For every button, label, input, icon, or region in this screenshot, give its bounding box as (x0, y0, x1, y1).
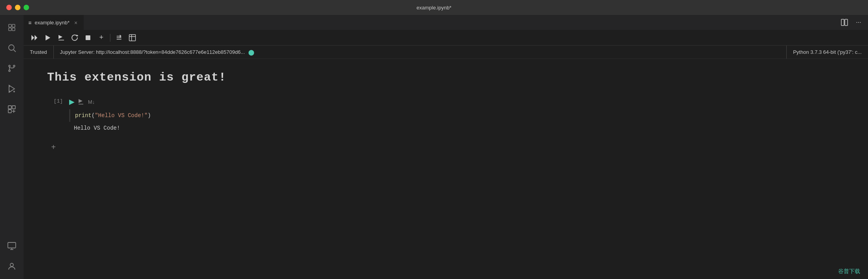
tab-bar: ≡ example.ipynb* × ··· (24, 15, 868, 30)
svg-point-4 (9, 45, 14, 50)
run-below-button[interactable] (55, 32, 68, 43)
svg-point-7 (9, 70, 10, 72)
svg-rect-1 (12, 24, 15, 27)
window-title: example.ipynb* (417, 5, 452, 11)
split-editor-button[interactable] (838, 17, 851, 28)
server-label: Jupyter Server: http://localhost:8888/?t… (60, 49, 245, 55)
trusted-label: Trusted (30, 49, 47, 55)
svg-rect-15 (8, 110, 11, 113)
source-control-icon[interactable] (2, 59, 21, 78)
search-icon[interactable] (2, 39, 21, 57)
markdown-heading: This extension is great! (47, 71, 844, 84)
add-cell-button[interactable]: + (47, 141, 60, 153)
svg-point-6 (9, 65, 10, 67)
close-button[interactable] (6, 5, 12, 10)
svg-marker-22 (31, 35, 34, 40)
notebook-toolbar: + (24, 30, 868, 46)
svg-marker-25 (59, 35, 62, 39)
code-block[interactable]: print("Hello VS Code!") (69, 109, 844, 122)
cell-number: [1] (47, 96, 63, 104)
svg-rect-33 (129, 35, 136, 41)
svg-point-19 (10, 263, 13, 266)
tab-close-button[interactable]: × (73, 20, 79, 26)
run-all-button[interactable] (28, 32, 41, 43)
cell-type-label[interactable]: M↓ (88, 99, 95, 105)
notebook-content: This extension is great! [1] ▶ M↓ (24, 59, 868, 279)
stop-button[interactable] (82, 32, 94, 43)
activity-bar (0, 15, 24, 279)
account-icon[interactable] (2, 257, 21, 276)
code-string: "Hello VS Code!" (95, 112, 147, 119)
svg-rect-2 (9, 28, 11, 31)
cell-body: ▶ M↓ print("Hello VS Code!") (69, 96, 844, 134)
code-close-paren: ) (148, 112, 151, 119)
notebook-tab-icon: ≡ (28, 20, 31, 26)
add-cell-toolbar-button[interactable]: + (95, 32, 108, 43)
extensions-icon[interactable] (2, 100, 21, 119)
activity-bar-bottom (2, 237, 21, 279)
svg-rect-14 (12, 106, 15, 109)
maximize-button[interactable] (24, 5, 29, 10)
svg-rect-3 (12, 28, 15, 31)
run-cell-button[interactable] (42, 32, 54, 43)
editor-area: ≡ example.ipynb* × ··· (24, 15, 868, 279)
main-layout: ≡ example.ipynb* × ··· (0, 15, 868, 279)
code-cell: [1] ▶ M↓ print("H (47, 96, 844, 134)
server-status[interactable]: Jupyter Server: http://localhost:8888/?t… (54, 46, 787, 59)
svg-point-11 (13, 91, 15, 92)
more-actions-button[interactable]: ··· (852, 17, 865, 28)
run-debug-icon[interactable] (2, 79, 21, 98)
notebook-tab[interactable]: ≡ example.ipynb* × (24, 15, 84, 30)
jupyter-icon: ⬤ (248, 49, 255, 55)
restart-button[interactable] (68, 32, 81, 43)
svg-rect-16 (8, 242, 16, 248)
svg-marker-32 (120, 35, 121, 38)
svg-point-12 (9, 85, 10, 87)
svg-rect-20 (841, 19, 844, 26)
code-line: print("Hello VS Code!") (75, 112, 840, 119)
cell-output: Hello VS Code! (69, 122, 844, 134)
svg-point-8 (13, 65, 15, 67)
kernel-status[interactable]: Python 3.7.3 64-bit ('py37': c... (787, 46, 868, 59)
cell-controls: ▶ M↓ (69, 96, 844, 108)
svg-rect-13 (8, 106, 11, 109)
svg-rect-28 (86, 35, 90, 40)
svg-marker-27 (77, 35, 78, 37)
minimize-button[interactable] (15, 5, 20, 10)
svg-marker-24 (46, 35, 50, 40)
run-cell-icon[interactable]: ▶ (69, 97, 75, 106)
svg-line-5 (14, 50, 16, 52)
trusted-status[interactable]: Trusted (24, 46, 54, 59)
svg-rect-0 (9, 24, 11, 27)
svg-marker-23 (35, 35, 37, 40)
move-cell-button[interactable] (113, 32, 125, 43)
run-below-icon[interactable] (78, 98, 85, 105)
kernel-label: Python 3.7.3 64-bit ('py37': c... (793, 49, 862, 55)
traffic-lights (6, 5, 29, 10)
explorer-icon[interactable] (2, 18, 21, 37)
table-view-button[interactable] (126, 32, 139, 43)
watermark: 谷普下载 (838, 268, 860, 275)
markdown-cell: This extension is great! (47, 67, 844, 88)
svg-point-10 (9, 91, 10, 92)
code-function: print (75, 112, 92, 119)
notebook-status-bar: Trusted Jupyter Server: http://localhost… (24, 46, 868, 59)
svg-rect-21 (845, 19, 848, 26)
remote-icon[interactable] (2, 237, 21, 255)
notebook-tab-name: example.ipynb* (35, 20, 70, 26)
title-bar: example.ipynb* (0, 0, 868, 15)
svg-marker-36 (79, 99, 82, 103)
toolbar-separator (110, 34, 110, 42)
